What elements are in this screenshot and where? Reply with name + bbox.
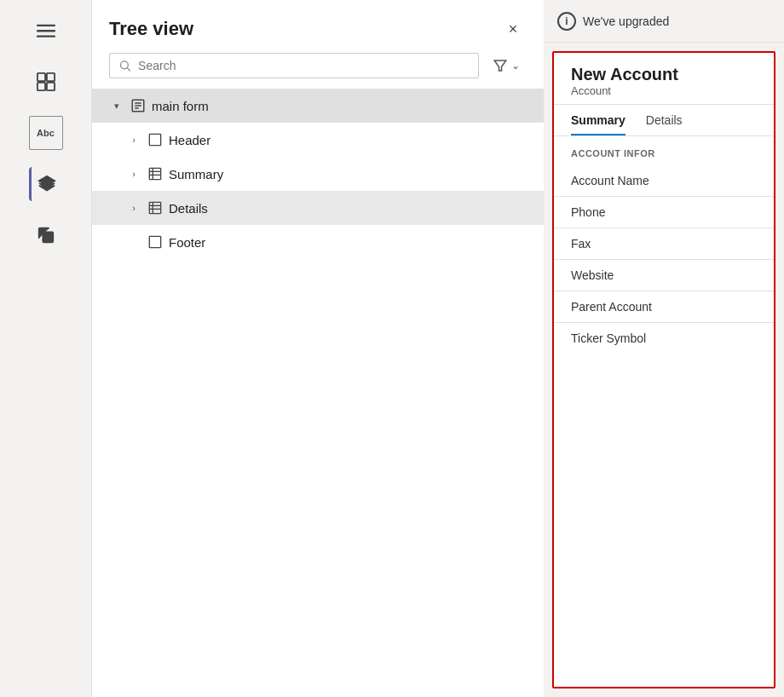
tab-details[interactable]: Details bbox=[646, 105, 683, 135]
form-section-title: ACCOUNT INFOR bbox=[554, 136, 774, 165]
copy-icon[interactable] bbox=[29, 218, 63, 252]
tree-item-summary-label: Summary bbox=[169, 167, 223, 181]
no-chevron bbox=[126, 234, 141, 250]
svg-rect-16 bbox=[149, 134, 160, 145]
chevron-right-icon: › bbox=[126, 200, 141, 216]
tree-panel: Tree view × ⌄ ▾ main form bbox=[92, 0, 544, 697]
grid-icon bbox=[147, 199, 164, 216]
svg-line-10 bbox=[127, 68, 130, 71]
field-website: Website bbox=[554, 260, 774, 291]
svg-rect-3 bbox=[37, 73, 44, 81]
svg-rect-0 bbox=[37, 25, 55, 26]
top-bar: i We've upgraded bbox=[544, 0, 784, 43]
svg-rect-17 bbox=[149, 168, 160, 179]
grid-icon bbox=[147, 165, 164, 182]
tab-summary[interactable]: Summary bbox=[571, 105, 625, 135]
search-input[interactable] bbox=[138, 59, 470, 72]
form-header: New Account Account bbox=[554, 53, 774, 105]
filter-button[interactable]: ⌄ bbox=[486, 53, 527, 78]
tree-item-footer-label: Footer bbox=[169, 235, 205, 250]
upgraded-text: We've upgraded bbox=[583, 14, 669, 28]
tree-item-details[interactable]: › Details bbox=[92, 191, 544, 225]
tree-title: Tree view bbox=[109, 18, 193, 40]
form-icon bbox=[130, 97, 147, 114]
tree-header: Tree view × bbox=[92, 0, 544, 53]
tree-item-main-form-label: main form bbox=[152, 99, 209, 113]
text-abc-icon[interactable]: Abc bbox=[29, 116, 63, 150]
tree-item-details-label: Details bbox=[169, 201, 208, 216]
chevron-right-icon: › bbox=[126, 166, 141, 181]
field-fax: Fax bbox=[554, 228, 774, 260]
field-phone: Phone bbox=[554, 197, 774, 228]
form-title: New Account bbox=[571, 65, 757, 84]
search-row: ⌄ bbox=[92, 53, 544, 89]
svg-rect-21 bbox=[149, 202, 160, 213]
filter-icon bbox=[493, 58, 508, 73]
field-account-name: Account Name bbox=[554, 165, 774, 197]
form-tabs: Summary Details bbox=[554, 105, 774, 136]
dashboard-icon[interactable] bbox=[29, 65, 63, 99]
svg-rect-1 bbox=[37, 30, 55, 32]
tree-item-footer[interactable]: Footer bbox=[92, 225, 544, 259]
tree-item-summary[interactable]: › Summary bbox=[92, 157, 544, 191]
field-parent-account: Parent Account bbox=[554, 291, 774, 323]
sidebar: Abc bbox=[0, 0, 92, 697]
chevron-down-icon: ▾ bbox=[109, 98, 124, 113]
layers-icon[interactable] bbox=[29, 167, 63, 201]
hamburger-menu-icon[interactable] bbox=[29, 14, 63, 48]
search-icon bbox=[118, 59, 131, 72]
filter-chevron-icon: ⌄ bbox=[511, 60, 520, 72]
svg-rect-8 bbox=[43, 232, 53, 242]
chevron-right-icon: › bbox=[126, 132, 141, 147]
form-preview: New Account Account Summary Details ACCO… bbox=[552, 51, 775, 688]
field-ticker-symbol: Ticker Symbol bbox=[554, 323, 774, 354]
svg-marker-11 bbox=[494, 60, 506, 71]
svg-rect-2 bbox=[37, 36, 55, 37]
rect-icon bbox=[147, 131, 164, 148]
search-box bbox=[109, 53, 479, 78]
close-button[interactable]: × bbox=[499, 15, 527, 43]
tree-item-header[interactable]: › Header bbox=[92, 123, 544, 157]
rect-icon bbox=[147, 233, 164, 251]
right-panel: i We've upgraded New Account Account Sum… bbox=[544, 0, 784, 697]
svg-rect-4 bbox=[46, 73, 54, 81]
svg-rect-25 bbox=[149, 236, 160, 247]
tree-item-main-form[interactable]: ▾ main form bbox=[92, 89, 544, 123]
form-subtitle: Account bbox=[571, 84, 757, 97]
tree-items: ▾ main form › Header › bbox=[92, 89, 544, 697]
tree-item-header-label: Header bbox=[169, 133, 210, 147]
info-icon: i bbox=[557, 12, 576, 31]
svg-rect-5 bbox=[37, 83, 44, 90]
svg-rect-6 bbox=[46, 83, 54, 90]
svg-point-9 bbox=[121, 61, 129, 69]
